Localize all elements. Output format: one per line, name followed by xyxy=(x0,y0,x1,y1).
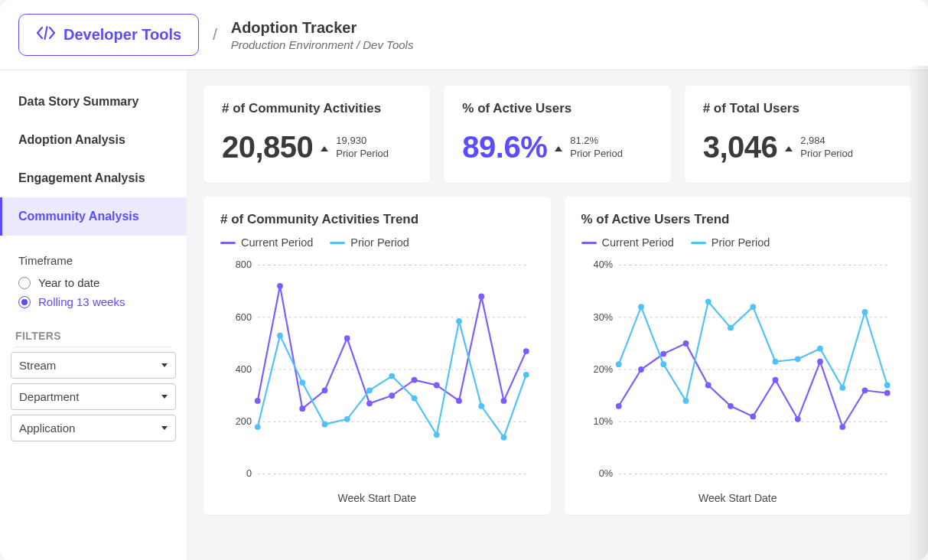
svg-point-50 xyxy=(705,383,711,389)
metrics-row: # of Community Activities20,85019,930Pri… xyxy=(204,86,911,183)
chart-legend: Current PeriodPrior Period xyxy=(220,236,534,249)
svg-point-56 xyxy=(839,424,845,430)
trend-up-icon xyxy=(555,146,562,151)
svg-point-26 xyxy=(322,422,328,428)
svg-point-46 xyxy=(615,403,621,409)
nav-item-engagement-analysis[interactable]: Engagement Analysis xyxy=(0,159,187,197)
metric-prior: 2,984Prior Period xyxy=(800,135,853,160)
svg-point-12 xyxy=(299,405,305,412)
legend-swatch xyxy=(220,242,236,244)
svg-point-23 xyxy=(255,424,261,430)
metric-card: # of Community Activities20,85019,930Pri… xyxy=(204,86,430,183)
app-badge-label: Developer Tools xyxy=(63,26,181,44)
svg-point-65 xyxy=(750,304,756,310)
svg-point-48 xyxy=(660,351,666,357)
svg-point-70 xyxy=(861,309,868,315)
filters-list: StreamDepartmentApplication xyxy=(0,352,187,441)
svg-text:10%: 10% xyxy=(593,416,612,427)
svg-text:20%: 20% xyxy=(593,364,612,375)
trend-up-icon xyxy=(785,146,793,151)
svg-point-64 xyxy=(728,325,734,331)
x-axis-label: Week Start Date xyxy=(581,492,895,504)
svg-point-35 xyxy=(523,372,529,378)
svg-point-55 xyxy=(817,359,823,365)
filter-select-application[interactable]: Application xyxy=(11,415,176,441)
svg-point-69 xyxy=(839,385,845,391)
svg-point-32 xyxy=(456,318,462,324)
charts-row: # of Community Activities TrendCurrent P… xyxy=(204,197,911,515)
svg-point-67 xyxy=(794,356,800,362)
radio-icon xyxy=(18,277,31,289)
legend-item: Prior Period xyxy=(330,236,409,249)
nav-item-data-story-summary[interactable]: Data Story Summary xyxy=(0,83,187,121)
svg-point-14 xyxy=(344,335,350,341)
svg-point-60 xyxy=(638,304,644,310)
svg-point-49 xyxy=(682,340,689,347)
svg-point-20 xyxy=(478,294,484,300)
svg-point-24 xyxy=(277,333,283,339)
nav-item-adoption-analysis[interactable]: Adoption Analysis xyxy=(0,121,187,159)
metric-title: % of Active Users xyxy=(462,101,652,116)
legend-item: Current Period xyxy=(220,236,313,249)
svg-point-15 xyxy=(366,400,373,406)
metric-prior: 81.2%Prior Period xyxy=(570,135,623,160)
legend-item: Current Period xyxy=(581,236,674,249)
svg-point-61 xyxy=(660,361,666,367)
svg-point-53 xyxy=(772,377,778,383)
metric-value: 20,850 xyxy=(222,130,313,164)
metric-card: % of Active Users89.6%81.2%Prior Period xyxy=(444,86,670,183)
page-title: Adoption Tracker xyxy=(231,19,414,37)
filter-select-label: Department xyxy=(19,390,79,403)
app-badge[interactable]: Developer Tools xyxy=(18,14,199,56)
svg-text:200: 200 xyxy=(236,416,252,427)
svg-point-19 xyxy=(456,398,462,404)
svg-text:40%: 40% xyxy=(593,259,612,270)
svg-text:0%: 0% xyxy=(598,468,612,479)
chart-card: % of Active Users TrendCurrent PeriodPri… xyxy=(565,197,912,515)
svg-point-29 xyxy=(389,373,395,379)
trend-up-icon xyxy=(321,146,328,151)
timeframe-option-label: Rolling 13 weeks xyxy=(38,295,125,308)
legend-item: Prior Period xyxy=(691,236,770,249)
chart-legend: Current PeriodPrior Period xyxy=(581,236,895,249)
timeframe-option[interactable]: Rolling 13 weeks xyxy=(0,292,187,311)
main-content: # of Community Activities20,85019,930Pri… xyxy=(187,70,928,560)
metric-title: # of Community Activities xyxy=(222,101,412,116)
svg-text:30%: 30% xyxy=(593,312,612,323)
svg-point-11 xyxy=(277,283,283,289)
svg-point-34 xyxy=(501,435,507,441)
legend-swatch xyxy=(330,242,345,244)
metric-value: 89.6% xyxy=(462,130,547,164)
timeframe-option[interactable]: Year to date xyxy=(0,273,187,292)
filter-select-stream[interactable]: Stream xyxy=(11,352,176,379)
svg-text:800: 800 xyxy=(236,259,252,270)
svg-point-33 xyxy=(478,403,484,409)
filter-select-department[interactable]: Department xyxy=(11,383,176,410)
svg-point-17 xyxy=(412,377,418,383)
code-icon xyxy=(36,25,56,44)
svg-text:0: 0 xyxy=(246,468,252,479)
svg-point-10 xyxy=(255,398,261,404)
timeframe-option-label: Year to date xyxy=(38,276,99,289)
svg-point-62 xyxy=(682,398,689,404)
legend-swatch xyxy=(691,242,706,244)
layout: Data Story SummaryAdoption AnalysisEngag… xyxy=(0,70,928,560)
header-bar: Developer Tools / Adoption Tracker Produ… xyxy=(0,0,928,70)
svg-point-51 xyxy=(728,403,734,409)
svg-point-52 xyxy=(750,414,756,420)
metric-value: 3,046 xyxy=(703,130,778,164)
svg-point-66 xyxy=(772,359,778,365)
metric-card: # of Total Users3,0462,984Prior Period xyxy=(685,86,911,183)
svg-point-27 xyxy=(344,416,350,422)
filter-select-label: Stream xyxy=(19,359,56,372)
chevron-down-icon xyxy=(161,395,168,399)
x-axis-label: Week Start Date xyxy=(220,492,534,504)
svg-point-18 xyxy=(434,383,440,389)
svg-point-13 xyxy=(322,387,328,393)
metric-prior: 19,930Prior Period xyxy=(336,135,389,160)
radio-icon xyxy=(18,296,31,308)
svg-point-28 xyxy=(366,387,373,393)
sidebar: Data Story SummaryAdoption AnalysisEngag… xyxy=(0,70,187,560)
nav-item-community-analysis[interactable]: Community Analysis xyxy=(0,197,187,236)
filter-select-label: Application xyxy=(19,422,75,435)
